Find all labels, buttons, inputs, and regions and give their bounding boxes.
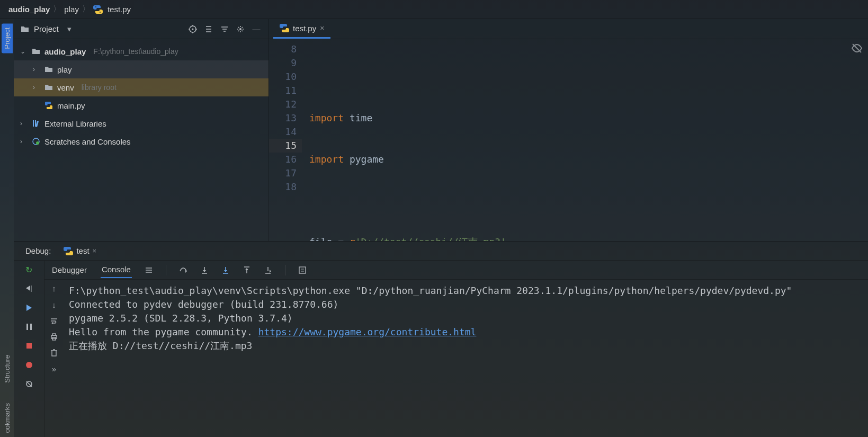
tree-meta: library root	[82, 83, 117, 92]
print-icon[interactable]	[50, 333, 58, 341]
tree-label: venv	[57, 83, 74, 92]
step-into-icon[interactable]	[200, 266, 209, 274]
tree-folder-play[interactable]: › play	[14, 60, 269, 78]
resume-icon[interactable]	[22, 302, 36, 314]
debug-tabs: Debugger Console	[44, 261, 868, 280]
clear-icon[interactable]	[50, 349, 58, 357]
tree-folder-venv[interactable]: › venv library root	[14, 78, 269, 96]
project-header: Project ▾ —	[14, 19, 269, 39]
threads-icon[interactable]	[145, 266, 153, 274]
svg-rect-5	[26, 324, 28, 330]
tree-label: External Libraries	[44, 119, 106, 128]
close-icon[interactable]: ×	[93, 247, 97, 255]
svg-rect-9	[299, 267, 306, 273]
debug-title: Debug:	[25, 246, 51, 255]
scroll-up-icon[interactable]: ↑	[52, 284, 56, 293]
chevron-right-icon[interactable]: ›	[33, 66, 40, 73]
bookmarks-tool-tab[interactable]: ookmarks	[2, 399, 13, 437]
run-to-cursor-icon[interactable]	[264, 266, 272, 274]
svg-point-4	[36, 141, 39, 145]
svg-point-2	[239, 28, 241, 30]
console-tab[interactable]: Console	[101, 262, 132, 278]
debug-console-output[interactable]: F:\python_test\audio_play\venv\Scripts\p…	[64, 280, 868, 437]
tree-external-libraries[interactable]: › External Libraries	[14, 114, 269, 132]
breadcrumb-root[interactable]: audio_play	[8, 5, 50, 14]
hide-panel-icon[interactable]: —	[250, 23, 262, 35]
structure-tool-tab[interactable]: Structure	[2, 351, 13, 387]
project-tool-window: Project ▾ — ⌄ audio_play	[14, 19, 269, 241]
debug-run-tab[interactable]: test ×	[58, 244, 102, 258]
debug-action-column: ↻	[14, 261, 44, 437]
view-breakpoints-icon[interactable]	[22, 359, 36, 371]
code-editor[interactable]: 891011121314 15 161718 import time impor…	[269, 39, 868, 241]
step-into-my-icon[interactable]	[221, 266, 230, 274]
pause-icon[interactable]	[22, 321, 36, 333]
python-file-icon	[93, 5, 103, 14]
pygame-link[interactable]: https://www.pygame.org/contribute.html	[258, 326, 477, 337]
evaluate-icon[interactable]	[298, 266, 307, 274]
debug-header: Debug: test ×	[14, 242, 868, 261]
debug-tool-window: Debug: test × ↻	[14, 241, 868, 437]
scroll-down-icon[interactable]: ↓	[52, 300, 56, 309]
chevron-right-icon[interactable]: ›	[20, 120, 28, 127]
tree-scratches[interactable]: › Scratches and Consoles	[14, 132, 269, 150]
project-view-dropdown-icon[interactable]: ▾	[67, 24, 71, 34]
soft-wrap-icon[interactable]	[50, 317, 58, 325]
folder-icon	[32, 47, 40, 56]
reader-mode-icon[interactable]	[851, 42, 863, 54]
mute-breakpoints-icon[interactable]	[22, 378, 36, 390]
breadcrumb-file-label: test.py	[108, 5, 131, 14]
breadcrumb-file[interactable]: test.py	[93, 5, 131, 14]
scratches-icon	[32, 137, 40, 146]
tree-root-path: F:\python_test\audio_play	[93, 47, 178, 56]
show-prompt-icon[interactable]: »	[52, 364, 56, 373]
folder-icon	[44, 65, 53, 74]
breadcrumb-sep-icon: 〉	[82, 4, 90, 14]
python-file-icon	[280, 23, 289, 33]
tree-root[interactable]: ⌄ audio_play F:\python_test\audio_play	[14, 42, 269, 60]
svg-point-1	[192, 28, 194, 30]
step-over-icon[interactable]	[179, 266, 187, 274]
editor-gutter: 891011121314 15 161718	[269, 39, 302, 241]
close-tab-icon[interactable]: ×	[320, 24, 324, 32]
python-file-icon	[44, 101, 53, 110]
python-file-icon	[64, 246, 73, 256]
editor-tab-test[interactable]: test.py ×	[273, 20, 330, 39]
collapse-all-icon[interactable]	[219, 23, 230, 35]
svg-rect-6	[30, 324, 32, 330]
svg-rect-7	[26, 343, 32, 349]
tree-label: Scratches and Consoles	[44, 137, 131, 146]
chevron-right-icon[interactable]: ›	[20, 138, 28, 145]
project-icon	[20, 24, 30, 34]
breadcrumb-folder[interactable]: play	[64, 5, 79, 14]
editor-tabbar: test.py ×	[269, 19, 868, 39]
chevron-down-icon[interactable]: ⌄	[20, 48, 28, 55]
tree-root-label: audio_play	[44, 47, 86, 56]
locate-icon[interactable]	[187, 23, 199, 35]
settings-icon[interactable]	[235, 23, 246, 35]
tree-label: main.py	[57, 101, 85, 110]
tree-label: play	[57, 65, 72, 74]
rerun-icon[interactable]: ↻	[22, 264, 36, 275]
folder-icon	[44, 83, 53, 92]
project-title[interactable]: Project	[34, 24, 59, 33]
tree-file-main[interactable]: main.py	[14, 96, 269, 114]
breadcrumb-sep-icon: 〉	[53, 4, 61, 14]
step-out-icon[interactable]	[243, 266, 251, 274]
editor-tab-label: test.py	[293, 24, 316, 33]
stop-icon[interactable]	[22, 340, 36, 352]
console-action-column: ↑ ↓ »	[44, 280, 64, 437]
expand-all-icon[interactable]	[203, 23, 214, 35]
editor-code[interactable]: import time import pygame file = r'D://t…	[302, 39, 868, 241]
editor-area: test.py × 891011121314 15 161718 import …	[269, 19, 868, 241]
modify-run-icon[interactable]	[22, 283, 36, 295]
library-icon	[32, 119, 40, 128]
debug-run-tab-label: test	[76, 246, 89, 255]
breadcrumb: audio_play 〉 play 〉 test.py	[0, 0, 868, 19]
debugger-tab[interactable]: Debugger	[51, 262, 88, 278]
project-tool-tab[interactable]: Project	[2, 23, 13, 53]
chevron-right-icon[interactable]: ›	[33, 84, 40, 91]
project-tree[interactable]: ⌄ audio_play F:\python_test\audio_play ›…	[14, 39, 269, 241]
svg-rect-11	[52, 334, 56, 335]
left-tool-strip: Project Structure ookmarks	[0, 19, 14, 437]
